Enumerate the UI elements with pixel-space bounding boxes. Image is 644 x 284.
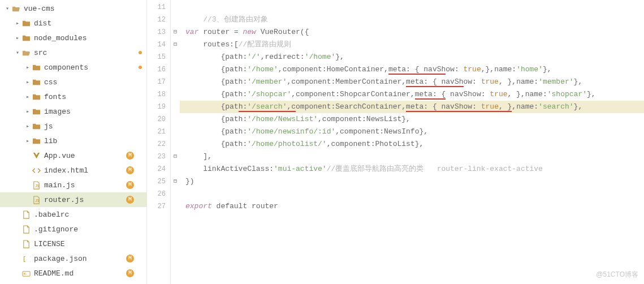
line-number: 13 xyxy=(147,26,166,38)
code-line[interactable]: {path:'/search',component:SearchContaine… xyxy=(180,101,644,113)
folder-icon xyxy=(32,93,41,101)
code-token: ,name: xyxy=(512,102,538,111)
code-token: router xyxy=(198,28,234,36)
code-line[interactable]: linkActiveClass:'mui-active'//覆盖底部导航路由高亮… xyxy=(183,163,644,175)
code-token: ,component:NewsInfo}, xyxy=(335,127,428,136)
code-token: new xyxy=(243,28,256,36)
fold-close-icon[interactable]: ⊟ xyxy=(171,150,180,163)
code-token: ow: xyxy=(446,65,463,74)
code-token: export xyxy=(185,202,212,210)
code-token: ow: xyxy=(464,78,481,86)
code-line[interactable]: {path:'/home/NewsList',component:NewsLis… xyxy=(183,113,644,126)
folder-item-fonts[interactable]: ▸fonts xyxy=(0,89,146,104)
chevron-right-icon[interactable]: ▸ xyxy=(14,20,21,27)
code-line[interactable] xyxy=(183,188,644,200)
changes-dot xyxy=(139,51,142,54)
chevron-right-icon[interactable]: ▸ xyxy=(24,108,32,115)
code-line[interactable]: {path:'/home/photolist/',component:Photo… xyxy=(183,138,644,150)
tree-item-label: src xyxy=(34,49,136,57)
code-token: , },name: xyxy=(508,90,547,98)
changes-dot xyxy=(139,66,142,69)
folder-item-css[interactable]: ▸css xyxy=(0,75,146,89)
file-tree[interactable]: ▾vue-cms▸dist▸node_modules▾src▸component… xyxy=(0,0,147,284)
folder-item-node-modules[interactable]: ▸node_modules xyxy=(0,31,146,45)
chevron-right-icon[interactable]: ▸ xyxy=(24,93,32,100)
code-line[interactable]: {path:'/home/newsinfo/:id',component:New… xyxy=(183,126,644,138)
chevron-down-icon[interactable]: ▾ xyxy=(3,5,11,12)
file-item-webpack-config-js[interactable]: webpack.config.js xyxy=(0,281,146,284)
code-token: true xyxy=(481,78,499,86)
file-item-index-html[interactable]: index.htmlM xyxy=(0,163,146,178)
tree-item-label: fonts xyxy=(44,93,136,101)
code-line[interactable]: }) xyxy=(183,175,644,188)
folder-item-js[interactable]: ▸js xyxy=(0,119,146,134)
file-item--gitignore[interactable]: .gitignore xyxy=(0,222,146,236)
code-line[interactable]: routes:[//配置路由规则 xyxy=(183,38,644,51)
code-token: 'mui-active' xyxy=(274,165,327,173)
tree-item-label: node_modules xyxy=(34,34,136,42)
code-token: '/member' xyxy=(247,78,287,86)
chevron-right-icon[interactable]: ▸ xyxy=(24,137,32,144)
code-token: true xyxy=(481,102,499,112)
tree-item-label: main.js xyxy=(44,181,136,190)
vue-icon xyxy=(32,152,41,160)
code-line[interactable]: export default router xyxy=(183,200,644,213)
code-token: routes:[ xyxy=(185,40,239,49)
fold-placeholder xyxy=(171,138,180,150)
file-item-readme-md[interactable]: README.mdM xyxy=(0,266,146,281)
modified-badge: M xyxy=(126,166,134,174)
chevron-right-icon[interactable]: ▸ xyxy=(24,123,32,130)
fold-open-icon[interactable]: ⊟ xyxy=(171,26,180,38)
chevron-right-icon[interactable]: ▸ xyxy=(24,64,32,71)
code-token: {pat xyxy=(185,102,239,111)
code-line[interactable]: var router = new VueRouter({ xyxy=(183,26,644,38)
file-item-package-json[interactable]: package.jsonM xyxy=(0,251,146,266)
code-token: {path: xyxy=(185,140,247,148)
file-item-license[interactable]: LICENSE xyxy=(0,236,146,251)
code-token: ,component:HomeContainer, xyxy=(278,65,388,74)
code-line[interactable]: //3、创建路由对象 xyxy=(183,14,644,26)
tree-item-label: js xyxy=(44,122,136,131)
tree-item-label: .gitignore xyxy=(34,225,136,234)
file-item-router-js[interactable]: router.jsM xyxy=(0,192,146,207)
md-icon xyxy=(21,269,31,278)
folder-item-vue-cms[interactable]: ▾vue-cms xyxy=(0,1,146,16)
file-item-app-vue[interactable]: App.vueM xyxy=(0,148,146,163)
code-line[interactable]: {path:'/',redirect:'/home'}, xyxy=(183,51,644,63)
fold-open-icon[interactable]: ⊟ xyxy=(171,38,180,51)
chevron-down-icon[interactable]: ▾ xyxy=(14,49,21,56)
modified-badge: M xyxy=(126,181,134,189)
code-token: meta: { xyxy=(415,90,446,100)
fold-close-icon[interactable]: ⊟ xyxy=(171,175,180,188)
code-token: linkActiveClass: xyxy=(185,165,274,173)
code-token: meta: { navShow: xyxy=(406,102,481,112)
folder-item-src[interactable]: ▾src xyxy=(0,45,146,60)
fold-placeholder xyxy=(171,101,180,113)
code-token: }, xyxy=(574,102,583,111)
folder-item-images[interactable]: ▸images xyxy=(0,104,146,119)
folder-item-components[interactable]: ▸components xyxy=(0,60,146,75)
fold-gutter[interactable]: ⊟⊟⊟⊟ xyxy=(171,0,180,284)
code-line[interactable]: {path:'/home',component:HomeContainer,me… xyxy=(183,63,644,76)
file-item--babelrc[interactable]: .babelrc xyxy=(0,207,146,222)
line-number: 12 xyxy=(147,14,166,26)
fold-placeholder xyxy=(171,188,180,200)
code-token: 'home' xyxy=(516,65,543,74)
file-icon xyxy=(21,240,31,248)
code-line[interactable]: {path:'/member',component:MemberContaine… xyxy=(183,76,644,88)
code-token: //3、创建路由对象 xyxy=(203,15,267,24)
chevron-right-icon[interactable]: ▸ xyxy=(24,79,32,85)
code-line[interactable] xyxy=(183,1,644,14)
code-editor[interactable]: 1112131415161718192021222324252627 ⊟⊟⊟⊟ … xyxy=(147,0,644,284)
folder-item-lib[interactable]: ▸lib xyxy=(0,134,146,148)
line-number-gutter: 1112131415161718192021222324252627 xyxy=(147,0,171,284)
code-token: '/home/photolist/' xyxy=(247,140,326,148)
code-line[interactable]: ], xyxy=(183,150,644,163)
code-token: h: xyxy=(239,102,248,112)
code-token: }) xyxy=(185,177,195,186)
code-line[interactable]: {path:'/shopcar',component:ShopcarContai… xyxy=(183,88,644,101)
folder-item-dist[interactable]: ▸dist xyxy=(0,16,146,31)
chevron-right-icon[interactable]: ▸ xyxy=(14,35,21,41)
code-area[interactable]: //3、创建路由对象var router = new VueRouter({ r… xyxy=(180,0,644,284)
file-item-main-js[interactable]: main.jsM xyxy=(0,178,146,192)
